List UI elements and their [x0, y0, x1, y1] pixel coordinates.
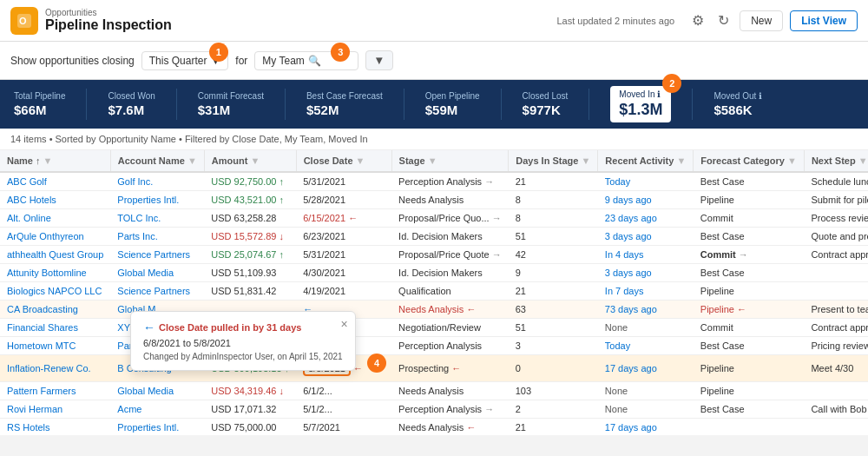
stat-total-pipeline[interactable]: Total Pipeline $66M — [14, 91, 65, 117]
tooltip-close-button[interactable]: × — [340, 317, 347, 331]
account-name-link[interactable]: Properties Intl. — [117, 422, 179, 433]
stat-divider-5 — [501, 89, 502, 120]
app-logo: O — [10, 7, 38, 35]
recent-cell: Today — [605, 176, 630, 187]
stage-cell: Needs Analysis — [398, 304, 464, 314]
days-cell: 21 — [509, 419, 598, 436]
close-date-tooltip: × ← Close Date pulled in by 31 days 6/8/… — [130, 311, 356, 371]
next-step-cell: Process review — [804, 209, 868, 228]
table-row: ArQule Onthyreon Parts Inc. USD 15,572.8… — [0, 228, 868, 246]
list-view-button[interactable]: List View — [790, 10, 858, 31]
next-step-cell — [804, 282, 868, 301]
close-date-cell: 6/1/2... — [296, 382, 391, 400]
opp-name-link[interactable]: athhealth Quest Group — [7, 249, 103, 260]
opp-name-link[interactable]: Pattern Farmers — [7, 386, 76, 396]
stage-cell: Needs Analysis — [391, 382, 509, 400]
opp-name-link[interactable]: Alt. Online — [7, 213, 51, 223]
account-name-link[interactable]: Parts Inc. — [117, 231, 157, 241]
opp-name-link[interactable]: CA Broadcasting — [7, 304, 78, 314]
forecast-cell: Commit → — [694, 246, 805, 264]
account-name-link[interactable]: Properties Intl. — [117, 195, 179, 205]
opp-name-link[interactable]: Inflation-Renew Co. — [7, 363, 91, 373]
recent-cell: 9 days ago — [605, 195, 652, 205]
forecast-cell: Commit — [694, 209, 805, 228]
stage-cell: Perception Analysis → — [391, 400, 509, 419]
close-date-cell: 6/23/2021 — [296, 228, 391, 246]
account-name-link[interactable]: Science Partners — [117, 286, 190, 296]
account-name-link[interactable]: Golf Inc. — [117, 176, 153, 187]
col-amount[interactable]: Amount ▼ — [204, 150, 296, 172]
next-step-cell: Quote and presentation — [804, 228, 868, 246]
table-header-row: Name ↑ ▼ Account Name ▼ Amount ▼ Close D… — [0, 150, 868, 172]
opp-name-link[interactable]: ABC Hotels — [7, 195, 56, 205]
col-recent[interactable]: Recent Activity ▼ — [598, 150, 694, 172]
tooltip-title: ← Close Date pulled in by 31 days — [143, 321, 343, 334]
col-forecast[interactable]: Forecast Category ▼ — [694, 150, 805, 172]
stage-cell: Proposal/Price Quote → — [391, 246, 509, 264]
next-step-cell: Pricing review — [804, 337, 868, 355]
table-row: Attunity Bottomline Global Media USD 51,… — [0, 264, 868, 282]
col-next-step[interactable]: Next Step ▼ — [804, 150, 868, 172]
days-cell: 103 — [509, 382, 598, 400]
recent-cell: None — [605, 322, 628, 333]
stat-closed-lost[interactable]: Closed Lost $977K — [523, 91, 569, 117]
stage-cell: Qualification — [391, 282, 509, 301]
forecast-cell: Best Case — [694, 400, 805, 419]
new-button[interactable]: New — [740, 10, 783, 31]
stage-cell: Needs Analysis ← — [391, 419, 509, 436]
opp-name-link[interactable]: Attunity Bottomline — [7, 268, 87, 278]
table-row: ABC Golf Golf Inc. USD 92,750.00 ↑ 5/31/… — [0, 172, 868, 191]
recent-cell: None — [605, 386, 628, 396]
account-name-link[interactable]: Global Media — [117, 386, 174, 396]
for-label: for — [235, 55, 247, 67]
amount-cell: USD 51,831.42 — [211, 286, 276, 296]
table-row: ABC Hotels Properties Intl. USD 43,521.0… — [0, 191, 868, 209]
account-name-link[interactable]: Global Media — [117, 268, 174, 278]
stat-open-pipeline[interactable]: Open Pipeline $59M — [425, 91, 480, 117]
col-name[interactable]: Name ↑ ▼ — [0, 150, 110, 172]
account-name-link[interactable]: TOLC Inc. — [117, 213, 161, 223]
recent-cell: None — [605, 404, 628, 414]
opp-name-link[interactable]: Rovi Herman — [7, 404, 62, 414]
settings-button[interactable]: ⚙ — [688, 9, 707, 32]
table-row: Alt. Online TOLC Inc. USD 63,258.28 6/15… — [0, 209, 868, 228]
col-days[interactable]: Days In Stage ▼ — [509, 150, 598, 172]
col-stage[interactable]: Stage ▼ — [391, 150, 509, 172]
days-cell: 51 — [509, 319, 598, 337]
table-row: athhealth Quest Group Science Partners U… — [0, 246, 868, 264]
filter-bar: Show opportunities closing This Quarter … — [0, 42, 868, 80]
close-date-cell: 4/30/2021 — [296, 264, 391, 282]
stat-divider-1 — [86, 89, 87, 120]
badge-2: 2 — [662, 74, 681, 93]
opp-name-link[interactable]: ArQule Onthyreon — [7, 231, 84, 241]
stage-cell: Perception Analysis — [391, 337, 509, 355]
stat-best-case[interactable]: Best Case Forecast $52M — [306, 91, 383, 117]
col-close-date[interactable]: Close Date ▼ — [296, 150, 391, 172]
opp-name-link[interactable]: Hometown MTC — [7, 340, 76, 351]
opp-name-link[interactable]: RS Hotels — [7, 422, 50, 433]
days-cell: 9 — [509, 264, 598, 282]
amount-cell: USD 51,109.93 — [211, 268, 276, 278]
header-right: Last updated 2 minutes ago ⚙ ↻ New List … — [556, 9, 858, 32]
days-cell: 0 — [509, 355, 598, 382]
opp-name-link[interactable]: Financial Shares — [7, 322, 78, 333]
opp-name-link[interactable]: Biologics NAPCO LLC — [7, 286, 102, 296]
col-account[interactable]: Account Name ▼ — [110, 150, 204, 172]
filter-funnel-button[interactable]: ▼ — [365, 50, 392, 70]
refresh-button[interactable]: ↻ — [714, 9, 733, 32]
stat-moved-in[interactable]: 2 Moved In ℹ $1.3M — [610, 86, 671, 122]
forecast-cell: Best Case — [694, 228, 805, 246]
stat-divider-4 — [404, 89, 404, 120]
stage-cell: Id. Decision Makers — [391, 264, 509, 282]
account-name-link[interactable]: Science Partners — [117, 249, 190, 260]
opp-name-link[interactable]: ABC Golf — [7, 176, 47, 187]
account-name-link[interactable]: Acme — [117, 404, 141, 414]
next-step-cell: Meet 4/30 — [804, 355, 868, 382]
forecast-cell: Pipeline — [694, 282, 805, 301]
table-row: RS Hotels Properties Intl. USD 75,000.00… — [0, 419, 868, 436]
stat-closed-won[interactable]: Closed Won $7.6M — [108, 91, 155, 117]
days-cell: 42 — [509, 246, 598, 264]
stat-commit-forecast[interactable]: Commit Forecast $31M — [198, 91, 264, 117]
next-step-cell — [804, 382, 868, 400]
stat-moved-out[interactable]: Moved Out ℹ $586K — [713, 91, 762, 117]
